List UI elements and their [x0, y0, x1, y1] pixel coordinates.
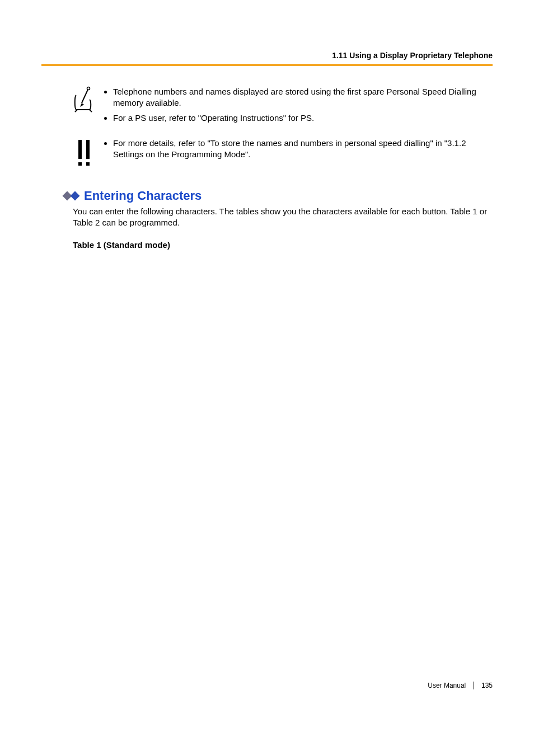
footer-page-number: 135 [481, 682, 493, 689]
page-footer: User Manual 135 [428, 681, 493, 690]
svg-rect-1 [78, 162, 82, 166]
section-paragraph: You can enter the following characters. … [73, 206, 489, 229]
note-pencil-item: Telephone numbers and names displayed ar… [113, 86, 489, 109]
note-important-item: For more details, refer to "To store the… [113, 138, 489, 161]
header-rule [41, 64, 493, 66]
note-pencil-list: Telephone numbers and names displayed ar… [73, 86, 489, 124]
note-important-list: For more details, refer to "To store the… [73, 138, 489, 161]
page-header-breadcrumb: 1.11 Using a Display Proprietary Telepho… [41, 50, 493, 61]
table-caption: Table 1 (Standard mode) [73, 240, 170, 251]
note-pencil-icon [73, 86, 96, 116]
note-important-icon [75, 138, 93, 172]
section-diamonds-icon [64, 192, 78, 199]
section-title: Entering Characters [84, 187, 202, 204]
svg-rect-2 [86, 162, 90, 166]
footer-label: User Manual [428, 682, 466, 689]
note-pencil-item: For a PS user, refer to "Operating Instr… [113, 112, 489, 124]
